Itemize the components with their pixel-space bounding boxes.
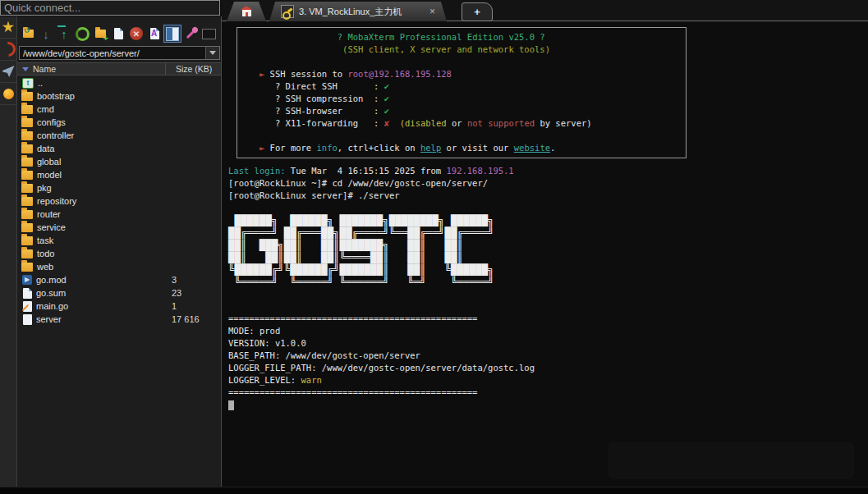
terminal-area[interactable]: ? MobaXterm Professional Edition v25.0 ?… (222, 21, 868, 487)
upload-icon[interactable]: ↑ (55, 25, 73, 43)
file-row[interactable]: service (17, 221, 221, 234)
file-name: main.go (36, 301, 68, 311)
rename-icon[interactable]: A (145, 25, 163, 43)
mobaxterm-window: ↺ ↓ ↑ + ✕ A Name Size (KB) t..bootstrapc… (0, 0, 868, 494)
terminal-line (228, 300, 868, 313)
file-row[interactable]: ▶go.mod3 (17, 273, 221, 286)
download-icon[interactable]: ↓ (37, 25, 55, 43)
file-name: data (37, 144, 54, 153)
tab-close-icon[interactable]: × (429, 7, 435, 16)
session-tab-label: 3. VM_RockLinux_主力机 (299, 6, 402, 18)
sftp-file-browser: ↺ ↓ ↑ + ✕ A Name Size (KB) t..bootstrapc… (17, 16, 222, 487)
file-row[interactable]: cmd (17, 103, 221, 116)
tools-tab[interactable] (0, 39, 16, 61)
folder-icon (21, 210, 33, 219)
file-name: pkg (37, 183, 52, 193)
folder-icon (21, 197, 33, 206)
folder-icon (21, 236, 33, 245)
new-file-icon[interactable] (109, 25, 127, 43)
terminal-line: ? SSH compression : ✔ (244, 93, 679, 105)
activity-rail (0, 16, 17, 487)
quick-connect-input[interactable] (0, 0, 220, 16)
path-bar (19, 46, 220, 60)
gostc-ascii-art: ██████╗ ██████╗ ███████╗████████╗ ██████… (228, 214, 868, 288)
refresh-icon[interactable] (73, 25, 91, 43)
terminal-tab-bar: 3. VM_RockLinux_主力机 × + (222, 0, 868, 21)
split-view-icon[interactable] (163, 25, 181, 43)
magic-wand-icon[interactable] (181, 25, 200, 43)
macros-tab[interactable] (0, 61, 16, 83)
file-list-header[interactable]: Name Size (KB) (17, 62, 221, 75)
terminal-line: ► For more info, ctrl+click on help or v… (244, 142, 679, 154)
file-row[interactable]: todo (17, 247, 221, 260)
sftp-tab[interactable] (0, 83, 16, 105)
terminal-line: ========================================… (228, 387, 868, 399)
terminal-line: LOGGER_LEVEL: warn (228, 374, 868, 387)
sessions-tab[interactable] (0, 16, 16, 39)
file-row[interactable]: main.go1 (17, 300, 221, 313)
delete-icon[interactable]: ✕ (127, 25, 145, 43)
column-size-label[interactable]: Size (KB) (165, 63, 212, 75)
terminal-line: ► SSH session to root@192.168.195.128 (244, 68, 679, 80)
terminal-line (244, 130, 679, 142)
terminal-line (228, 202, 868, 214)
file-row[interactable]: pkg (17, 181, 221, 194)
folder-icon (21, 249, 33, 258)
file-name: configs (37, 117, 66, 127)
folder-icon (21, 118, 33, 127)
watermark (608, 441, 854, 479)
file-row[interactable]: t.. (17, 76, 221, 89)
home-tab[interactable] (227, 2, 266, 21)
file-name: todo (37, 249, 54, 258)
file-row[interactable]: go.sum23 (17, 286, 221, 300)
folder-icon (21, 92, 33, 101)
terminal-line: ? SSH-browser : ✔ (244, 105, 679, 117)
file-row[interactable]: data (17, 142, 221, 155)
screen-icon[interactable] (200, 25, 218, 43)
folder-icon (21, 223, 33, 232)
new-folder-icon[interactable]: + (91, 25, 109, 43)
terminal-line: VERSION: v1.0.0 (228, 337, 868, 350)
file-name: service (37, 222, 66, 232)
folder-icon (21, 263, 33, 272)
file-row[interactable]: global (17, 155, 221, 168)
file-row[interactable]: repository (17, 194, 221, 208)
macros-icon (2, 66, 15, 77)
file-row[interactable]: server17 616 (17, 313, 221, 326)
terminal-line: [root@RockLinux server]# ./server (228, 190, 868, 202)
folder-up-icon[interactable]: ↺ (19, 25, 37, 43)
file-name: go.sum (36, 288, 66, 298)
chevron-down-icon (209, 51, 216, 55)
file-row[interactable]: controller (17, 129, 221, 142)
file-size: 1 (172, 301, 177, 311)
terminal-output: Last login: Tue Mar 4 16:15:15 2025 from… (228, 165, 868, 411)
path-input[interactable] (20, 48, 205, 58)
file-row[interactable]: model (17, 168, 221, 181)
file-row[interactable]: router (17, 208, 221, 221)
folder-icon (21, 171, 33, 180)
home-icon (242, 10, 251, 16)
terminal-line: ? MobaXterm Professional Edition v25.0 ? (244, 31, 679, 43)
terminal-cursor (228, 400, 234, 410)
session-tab[interactable]: 3. VM_RockLinux_主力机 × (269, 2, 447, 21)
folder-icon (21, 131, 33, 140)
file-name: web (37, 262, 53, 272)
terminal-line: LOGGER_FILE_PATH: /www/dev/gostc-open/se… (228, 362, 868, 374)
sftp-toolbar: ↺ ↓ ↑ + ✕ A (17, 24, 221, 43)
terminal-line: BASE_PATH: /www/dev/gostc-open/server (228, 350, 868, 362)
sftp-icon (3, 89, 14, 99)
file-size: 23 (172, 288, 181, 298)
file-row[interactable]: configs (17, 116, 221, 129)
path-dropdown-button[interactable] (205, 47, 219, 59)
tools-icon (0, 39, 19, 59)
terminal-line: ? X11-forwarding : ✘ (disabled or not su… (244, 117, 679, 130)
folder-icon (21, 105, 33, 114)
sessions-star-icon (2, 21, 15, 34)
terminal-line (244, 56, 679, 68)
file-row[interactable]: bootstrap (17, 89, 221, 103)
file-name: router (37, 209, 61, 219)
file-row[interactable]: web (17, 260, 221, 273)
folder-icon (21, 184, 33, 193)
file-row[interactable]: task (17, 234, 221, 247)
new-tab-button[interactable]: + (462, 2, 493, 21)
